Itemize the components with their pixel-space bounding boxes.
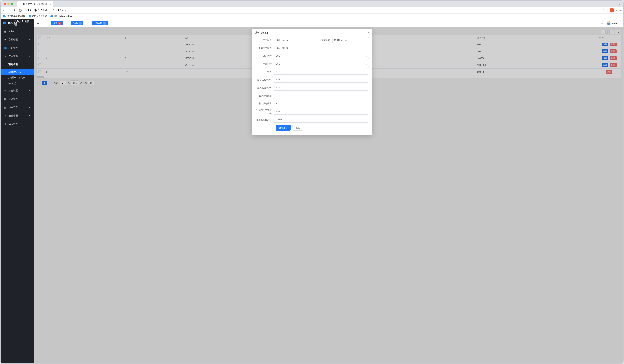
nav-label: 大数据 — [8, 30, 16, 33]
input-min-lock[interactable]: 1000 — [274, 93, 369, 98]
input-max-rate[interactable]: 0.33 — [274, 85, 369, 91]
username: admin — [612, 22, 618, 24]
browser-tab-bar: UZX交易所后台管理系统 × + ⌄ — [0, 0, 624, 7]
tab-close-icon[interactable]: × — [50, 3, 51, 6]
input-zh-title[interactable]: USDT mining — [274, 37, 310, 43]
nav-label: 资金管理 — [8, 55, 18, 58]
window-controls — [2, 3, 15, 5]
nav-label: 理财管理 — [8, 63, 18, 66]
label-days: 天数 — [255, 70, 274, 73]
bookmark-favicon-icon — [3, 15, 6, 18]
sidebar-item[interactable]: ⊜资金管理▼ — [0, 52, 34, 60]
sidebar-item[interactable]: ◎C2C管理▼ — [0, 120, 34, 128]
avatar-icon — [607, 21, 611, 25]
nav-label: 资讯管理 — [8, 97, 18, 101]
dialog-maximize-icon[interactable]: ⛶ — [363, 31, 365, 34]
tab-overflow-icon[interactable]: ⌄ — [619, 2, 622, 5]
browser-tab[interactable]: UZX交易所后台管理系统 × — [17, 1, 53, 7]
recharge-button[interactable]: 充值 3 — [51, 21, 63, 25]
sidebar-toggle-icon[interactable] — [36, 21, 40, 25]
dialog-title: 编辑锁仓挖矿 — [255, 31, 269, 34]
chevron-icon: ▼ — [29, 106, 31, 108]
dialog-close-icon[interactable]: ✕ — [367, 31, 369, 34]
favicon-icon — [19, 3, 22, 5]
new-tab-button[interactable]: + — [55, 1, 60, 6]
label-en-title: 英文标题 — [314, 39, 332, 42]
input-early-fee[interactable]: 0.60 — [274, 109, 369, 115]
chevron-icon: ▼ — [29, 115, 31, 117]
reset-button[interactable]: 重置 — [292, 125, 303, 131]
share-icon[interactable]: ⇧ — [602, 9, 604, 12]
chevron-icon: ▼ — [29, 47, 31, 49]
label-tw-title: 繁体中文标题 — [255, 47, 274, 49]
bookmark-item[interactable]: 程序搭建/开发/修复 — [3, 15, 25, 18]
input-tw-title[interactable]: USDT mining — [274, 45, 310, 51]
sidebar-item[interactable]: ▦大数据 — [0, 27, 34, 36]
label-early-credit: 提前赎回信用分 — [255, 118, 274, 121]
nav-icon: ▦ — [4, 30, 7, 33]
chevron-icon: ▼ — [29, 123, 31, 125]
input-early-credit[interactable]: -10.00 — [274, 117, 369, 123]
nav-icon: ⚙ — [4, 90, 7, 92]
nav-label: 交易管理 — [8, 38, 18, 41]
chevron-down-icon: ▼ — [619, 22, 621, 24]
bookmark-item[interactable]: 认准->天美社区 — [28, 15, 47, 18]
select-out-coin[interactable]: USDT — [274, 61, 369, 67]
edit-dialog: 编辑锁仓挖矿 — ⛶ ✕ 中文标题 USDT mining 英文标题 USDT … — [252, 29, 372, 135]
nav-label: C2C管理 — [8, 122, 18, 125]
dialog-minimize-icon[interactable]: — — [358, 31, 361, 34]
sidebar-item[interactable]: ✎插针管理▼ — [0, 111, 34, 120]
menu-icon[interactable]: ≡ — [620, 9, 622, 12]
input-min-rate[interactable]: 0.33 — [274, 77, 369, 83]
chevron-icon: ▲ — [29, 64, 31, 66]
bookmark-item[interactable]: TG：@tianmeibbs — [50, 15, 72, 18]
nav-icon: ⊜ — [4, 55, 7, 58]
input-en-title[interactable]: USDT mining — [332, 37, 369, 43]
url-field[interactable]: ⚙ https://jys115.timibbs.cc/admin/main — [24, 9, 601, 12]
nav-icon: ☁ — [4, 63, 7, 66]
back-button[interactable]: ← — [2, 9, 6, 12]
chevron-icon: ▼ — [29, 39, 31, 41]
address-bar: ← → ↻ ▢ ⚙ https://jys115.timibbs.cc/admi… — [0, 7, 624, 14]
nav-label: 平台设置 — [8, 89, 18, 92]
withdraw-button[interactable]: 提现 1 — [72, 21, 83, 25]
sidebar-sub-item[interactable]: 锁仓挖矿产品 — [0, 69, 34, 75]
withdraw-badge: 1 — [79, 22, 82, 24]
url-text: https://jys115.timibbs.cc/admin/main — [28, 9, 66, 12]
recharge-badge: 3 — [58, 22, 61, 24]
brave-shields-icon[interactable] — [610, 8, 614, 12]
forward-button[interactable]: → — [8, 9, 11, 12]
input-days[interactable]: 7 — [274, 69, 369, 75]
sidebar-item[interactable]: 👥客户管理▼ — [0, 44, 34, 52]
user-menu[interactable]: admin ▼ — [607, 21, 621, 25]
fullscreen-icon[interactable] — [600, 21, 603, 25]
input-max-lock[interactable]: 5000 — [274, 101, 369, 106]
nav-icon: ▥ — [4, 106, 7, 109]
reload-button[interactable]: ↻ — [13, 8, 17, 12]
chevron-icon: ▼ — [29, 98, 31, 100]
submit-button[interactable]: 立即提交 — [276, 125, 291, 131]
nav-icon: ▤ — [4, 98, 7, 100]
window-close[interactable] — [4, 3, 6, 5]
site-settings-icon[interactable]: ⚙ — [25, 9, 27, 12]
sidebar-item[interactable]: ☁理财管理▲ — [0, 60, 34, 69]
window-zoom[interactable] — [11, 3, 13, 5]
window-minimize[interactable] — [7, 3, 10, 5]
sidebar-sub-item[interactable]: 申购产品 — [0, 81, 34, 87]
sidebar-sub-item[interactable]: 锁仓挖矿订单列表 — [0, 75, 34, 81]
online-badge: 1 — [103, 22, 106, 24]
bookmark-favicon-icon — [50, 15, 53, 18]
tab-title: UZX交易所后台管理系统 — [23, 3, 48, 6]
brand: BiB 交易所后台管理 — [0, 19, 34, 27]
nav-label: 插针管理 — [8, 114, 18, 117]
sidebar-item[interactable]: ▤资讯管理▼ — [0, 95, 34, 103]
sidebar-item[interactable]: ⚙平台设置▼ — [0, 87, 34, 95]
chevron-icon: ▼ — [29, 55, 31, 57]
bookmark-icon[interactable]: ▢ — [19, 8, 22, 12]
online-button[interactable]: 在线人数 1 — [92, 21, 108, 25]
sidebar-item[interactable]: ▥跟单管理▼ — [0, 103, 34, 111]
select-lock-coin[interactable]: USDT — [274, 53, 369, 59]
label-early-fee: 提前赎回手续费率 — [255, 109, 274, 115]
extensions-icon[interactable]: ⟐ — [616, 9, 618, 12]
sidebar-item[interactable]: ⇄交易管理▼ — [0, 36, 34, 44]
